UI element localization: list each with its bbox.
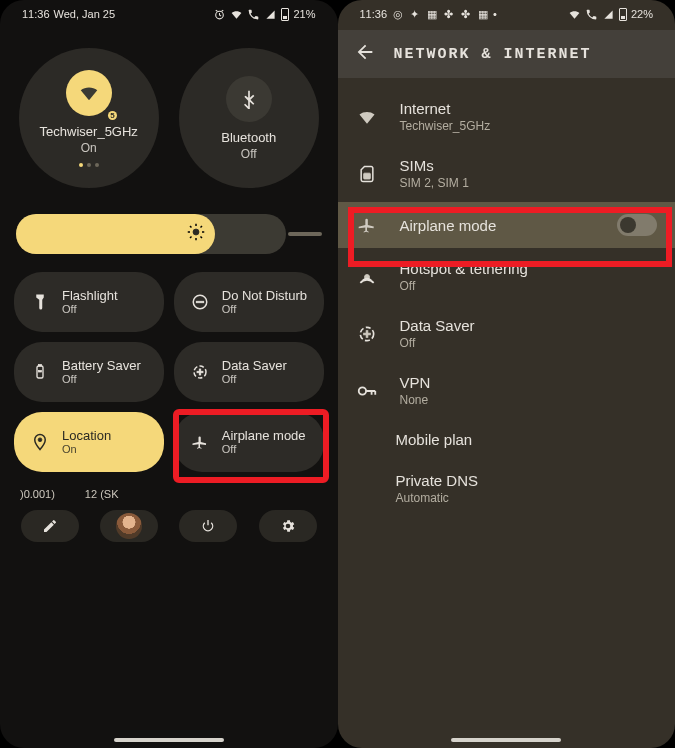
alarm-icon — [213, 8, 226, 21]
qs-bluetooth-tile[interactable]: Bluetooth Off — [179, 48, 319, 188]
battery-icon — [619, 8, 627, 21]
nav-pill[interactable] — [451, 738, 561, 742]
status-bar: 11:36 ◎ ✦ ▦ ✤ ✤ ▦ • 22% — [338, 0, 676, 24]
airplane-mode-toggle[interactable] — [617, 214, 657, 236]
signal-icon — [602, 8, 615, 21]
instagram-icon: ◎ — [391, 8, 404, 21]
row-sims[interactable]: SIMsSIM 2, SIM 1 — [338, 145, 676, 202]
linkedin-icon: ▦ — [476, 8, 489, 21]
location-icon — [30, 432, 50, 452]
dnd-icon — [190, 292, 210, 312]
battery-saver-icon — [30, 362, 50, 382]
settings-phone: 11:36 ◎ ✦ ▦ ✤ ✤ ▦ • 22% NETWORK & INTERN… — [338, 0, 676, 748]
data-saver-icon — [190, 362, 210, 382]
qs-internet-label: Techwiser_5GHz — [40, 124, 138, 139]
qs-bluetooth-label: Bluetooth — [221, 130, 276, 145]
status-battery: 21% — [293, 8, 315, 20]
nav-pill[interactable] — [114, 738, 224, 742]
qs-airplane-tile[interactable]: Airplane modeOff — [174, 412, 324, 472]
brightness-track-extra — [288, 232, 322, 236]
edit-tiles-button[interactable] — [21, 510, 79, 542]
twitter-icon: ✦ — [408, 8, 421, 21]
status-time: 11:36 — [22, 8, 50, 20]
notification-peek: )0.001) 12 (SK — [0, 482, 338, 500]
qs-battery-saver-tile[interactable]: Battery SaverOff — [14, 342, 164, 402]
vpn-icon — [356, 380, 378, 402]
status-time: 11:36 — [360, 8, 388, 20]
status-date: Wed, Jan 25 — [54, 8, 116, 20]
row-vpn[interactable]: VPNNone — [338, 362, 676, 419]
slack-icon: ✤ — [459, 8, 472, 21]
flashlight-icon — [30, 292, 50, 312]
airplane-icon — [190, 432, 210, 452]
row-data-saver[interactable]: Data SaverOff — [338, 305, 676, 362]
hotspot-icon — [356, 266, 378, 288]
wifi-icon — [230, 8, 243, 21]
linkedin-icon: ▦ — [425, 8, 438, 21]
qs-bluetooth-sub: Off — [241, 147, 257, 161]
user-switch-button[interactable] — [100, 510, 158, 542]
qs-flashlight-tile[interactable]: FlashlightOff — [14, 272, 164, 332]
slack-icon: ✤ — [442, 8, 455, 21]
qs-internet-tile[interactable]: 5 Techwiser_5GHz On — [19, 48, 159, 188]
row-internet[interactable]: InternetTechwiser_5GHz — [338, 88, 676, 145]
row-hotspot[interactable]: Hotspot & tetheringOff — [338, 248, 676, 305]
quick-settings-phone: 11:36 Wed, Jan 25 21% 5 Techwiser_5GHz O… — [0, 0, 338, 748]
avatar — [116, 513, 142, 539]
brightness-slider[interactable] — [16, 214, 286, 254]
power-button[interactable] — [179, 510, 237, 542]
page-title: NETWORK & INTERNET — [394, 46, 592, 63]
wifi-icon — [356, 106, 378, 128]
volte-icon — [585, 8, 598, 21]
row-private-dns[interactable]: Private DNSAutomatic — [338, 460, 676, 517]
battery-icon — [281, 8, 289, 21]
app-bar: NETWORK & INTERNET — [338, 30, 676, 78]
wifi-icon — [568, 8, 581, 21]
airplane-icon — [356, 214, 378, 236]
status-battery: 22% — [631, 8, 653, 20]
qs-internet-sub: On — [81, 141, 97, 155]
qs-location-tile[interactable]: LocationOn — [14, 412, 164, 472]
volte-icon — [247, 8, 260, 21]
signal-icon — [264, 8, 277, 21]
data-saver-icon — [356, 323, 378, 345]
sim-icon — [356, 163, 378, 185]
back-button[interactable] — [354, 41, 376, 67]
row-mobile-plan[interactable]: Mobile plan — [338, 419, 676, 460]
settings-button[interactable] — [259, 510, 317, 542]
row-airplane-mode[interactable]: Airplane mode — [338, 202, 676, 248]
qs-dnd-tile[interactable]: Do Not DisturbOff — [174, 272, 324, 332]
qs-data-saver-tile[interactable]: Data SaverOff — [174, 342, 324, 402]
status-bar: 11:36 Wed, Jan 25 21% — [0, 0, 338, 24]
